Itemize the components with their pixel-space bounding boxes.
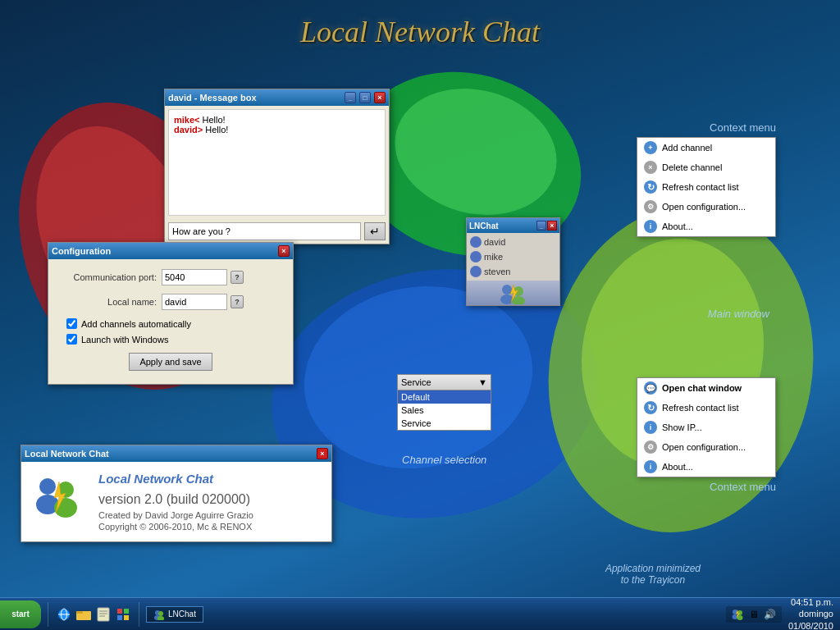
- message-minimize-btn[interactable]: _: [345, 92, 356, 103]
- taskbar-folder-icon[interactable]: [75, 605, 93, 623]
- config-auto-channels-checkbox[interactable]: [66, 318, 77, 329]
- channel-select-header[interactable]: Service ▼: [397, 374, 491, 390]
- svg-point-8: [39, 478, 56, 495]
- svg-rect-30: [124, 615, 129, 620]
- ctx-add-channel[interactable]: + Add channel: [637, 138, 775, 158]
- tray-network-icon[interactable]: 🖥: [747, 608, 760, 621]
- about-window: Local Network Chat × Local Network Chat …: [21, 445, 332, 542]
- ctx-refresh-contacts-main[interactable]: ↻ Refresh contact list: [637, 398, 775, 418]
- ctx-open-config-tray[interactable]: ⚙ Open configuration...: [637, 197, 775, 217]
- config-close-btn[interactable]: ×: [278, 245, 290, 257]
- ctx-ip-label: Show IP...: [662, 422, 702, 432]
- channel-option-default[interactable]: Default: [398, 390, 491, 404]
- lnchat-contact-mike[interactable]: mike: [467, 249, 559, 264]
- lnchat-titlebar: LNChat _ ×: [467, 218, 559, 233]
- ctx-show-ip[interactable]: i Show IP...: [637, 418, 775, 437]
- ctx-about-tray[interactable]: i About...: [637, 217, 775, 236]
- config-window: Configuration × Communication port: ? Lo…: [48, 242, 294, 385]
- tray-area: 🖥 🔊: [726, 606, 782, 623]
- lnchat-contact-david[interactable]: david: [467, 235, 559, 249]
- about-copyright: Copyright © 2006-2010, Mc & RENOX: [98, 522, 253, 532]
- app-title: Local Network Chat: [300, 15, 540, 49]
- taskbar-app-icon: [153, 609, 165, 620]
- config-launch-windows-checkbox[interactable]: [66, 334, 77, 345]
- ctx-title-1-label: Context menu: [637, 121, 776, 134]
- ctx-about-label-main: About...: [662, 462, 693, 472]
- message-close-btn[interactable]: ×: [374, 92, 386, 103]
- config-name-row: Local name: ?: [58, 294, 283, 310]
- lnchat-contacts: david mike steven: [467, 233, 559, 281]
- config-name-input[interactable]: [162, 294, 227, 310]
- taskbar-ie-icon[interactable]: [55, 605, 73, 623]
- ctx-menu-tray: + Add channel × Delete channel ↻ Refresh…: [637, 137, 776, 237]
- svg-point-14: [500, 294, 514, 304]
- ctx-chat-label: Open chat window: [662, 383, 742, 393]
- svg-rect-28: [124, 609, 129, 614]
- taskbar-windows-icon[interactable]: [114, 605, 132, 623]
- config-apply-btn[interactable]: Apply and save: [129, 353, 212, 371]
- channel-selection-label: Channel selection: [402, 454, 486, 466]
- config-port-label: Communication port:: [58, 272, 157, 282]
- svg-rect-23: [98, 608, 109, 621]
- taskbar-start-btn[interactable]: start: [0, 600, 41, 628]
- channel-option-sales[interactable]: Sales: [398, 404, 491, 417]
- message-titlebar: david - Message box _ □ ×: [165, 89, 389, 106]
- tray-lnc-icon[interactable]: [731, 608, 744, 621]
- message-maximize-btn[interactable]: □: [359, 92, 371, 103]
- ctx-open-chat[interactable]: 💬 Open chat window: [637, 378, 775, 398]
- ctx-add-icon: +: [644, 141, 657, 154]
- ctx-delete-label: Delete channel: [662, 162, 722, 172]
- channel-option-service[interactable]: Service: [398, 417, 491, 430]
- taskbar-app-label: LNChat: [168, 609, 196, 619]
- ctx-open-config-main[interactable]: ⚙ Open configuration...: [637, 437, 775, 457]
- contact-name-mike: mike: [484, 252, 503, 262]
- message-line-2: david> Hello!: [174, 125, 380, 135]
- config-launch-windows-label: Launch with Windows: [81, 335, 168, 345]
- config-checkbox-auto: Add channels automatically: [66, 318, 283, 329]
- svg-point-6: [523, 185, 839, 553]
- config-titlebar: Configuration ×: [48, 243, 293, 259]
- config-port-help[interactable]: ?: [231, 271, 244, 284]
- lnchat-window: LNChat _ × david mike steven: [466, 217, 560, 306]
- about-version: version 2.0 (build 020000): [98, 492, 253, 507]
- config-checkbox-launch: Launch with Windows: [66, 334, 283, 345]
- about-content: Local Network Chat version 2.0 (build 02…: [21, 462, 331, 541]
- about-titlebar-title: Local Network Chat: [25, 449, 109, 459]
- clock-day: domingo: [788, 608, 833, 619]
- message-send-btn[interactable]: ↵: [364, 222, 386, 240]
- taskbar-files-icon[interactable]: [94, 605, 112, 623]
- contact-name-steven: steven: [484, 267, 510, 276]
- message-content: mike< Hello! david> Hello!: [168, 109, 386, 216]
- taskbar-right: 🖥 🔊 04:51 p.m. domingo 01/08/2010: [726, 596, 840, 630]
- lnchat-minimize-btn[interactable]: _: [536, 221, 546, 231]
- message-input-row: ↵: [165, 219, 389, 244]
- contact-icon-steven: [470, 266, 482, 277]
- lnchat-contact-steven[interactable]: steven: [467, 264, 559, 279]
- lnchat-close-btn[interactable]: ×: [547, 221, 557, 231]
- contact-icon-mike: [470, 251, 482, 262]
- about-close-btn[interactable]: ×: [317, 448, 328, 459]
- config-name-help[interactable]: ?: [231, 295, 244, 308]
- svg-point-13: [502, 285, 512, 294]
- ctx-about-main[interactable]: i About...: [637, 457, 775, 477]
- msg-sender-david: david>: [174, 125, 203, 135]
- message-input[interactable]: [168, 222, 361, 240]
- lnchat-bottom: [467, 281, 559, 305]
- ctx-chat-icon: 💬: [644, 381, 657, 395]
- taskbar-app-btn[interactable]: LNChat: [146, 606, 203, 623]
- contact-name-david: david: [484, 237, 505, 247]
- config-port-input[interactable]: [162, 269, 227, 285]
- ctx-refresh-contacts-tray[interactable]: ↻ Refresh contact list: [637, 177, 775, 197]
- tray-volume-icon[interactable]: 🔊: [764, 608, 777, 621]
- start-label: start: [11, 609, 30, 619]
- ctx-refresh-icon-tray: ↻: [644, 180, 657, 194]
- ctx-config-icon-main: ⚙: [644, 441, 657, 454]
- config-window-title: Configuration: [52, 246, 111, 256]
- ctx-refresh-label-main: Refresh contact list: [662, 403, 739, 413]
- ctx-delete-channel[interactable]: × Delete channel: [637, 158, 775, 177]
- ctx-config-icon-tray: ⚙: [644, 200, 657, 213]
- lnchat-title: LNChat: [469, 221, 499, 231]
- context-menu-title-2: 💬 Open chat window ↻ Refresh contact lis…: [637, 377, 776, 493]
- clock-date: 01/08/2010: [788, 620, 833, 630]
- svg-rect-27: [117, 609, 122, 614]
